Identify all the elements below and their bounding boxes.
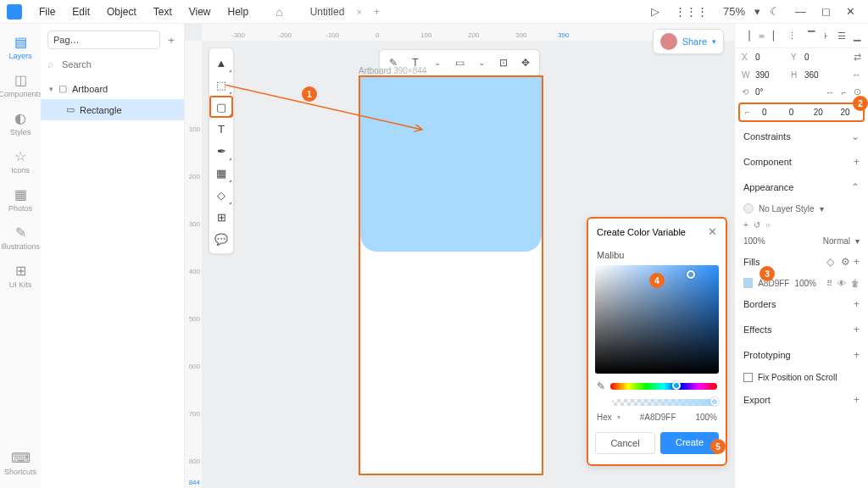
- distribute-icon[interactable]: ☰: [836, 29, 848, 42]
- tool-component[interactable]: ◇: [209, 184, 233, 206]
- menu-edit[interactable]: Edit: [65, 6, 97, 18]
- cancel-button[interactable]: Cancel: [595, 432, 655, 454]
- radius-tr[interactable]: 0: [779, 108, 804, 117]
- minimize-icon[interactable]: —: [789, 5, 812, 18]
- hue-slider[interactable]: [610, 383, 717, 390]
- fix-scroll-row[interactable]: Fix Position on Scroll: [735, 368, 868, 387]
- menu-text[interactable]: Text: [147, 6, 179, 18]
- fill-opacity[interactable]: 100%: [794, 279, 816, 288]
- h-value[interactable]: 360: [804, 70, 837, 80]
- blend-mode[interactable]: Normal: [823, 236, 850, 246]
- pixel-grid-icon[interactable]: ⋮⋮⋮: [669, 5, 714, 18]
- tool-text[interactable]: T: [209, 118, 233, 140]
- document-title[interactable]: Untitled: [303, 6, 352, 18]
- tool-move[interactable]: ▲: [209, 52, 233, 74]
- add-fill-icon[interactable]: +: [854, 256, 860, 268]
- tool-artboard[interactable]: ⬚: [209, 74, 233, 96]
- prototyping-section[interactable]: Prototyping+: [735, 342, 868, 368]
- add-page-button[interactable]: +: [165, 34, 177, 47]
- tree-rectangle[interactable]: ▭ Rectangle: [41, 99, 184, 120]
- rail-ui-kits[interactable]: ⊞UI Kits: [0, 258, 41, 294]
- drag-handle-icon[interactable]: ⠿: [826, 279, 832, 288]
- zoom-caret-icon[interactable]: ▾: [754, 5, 760, 18]
- align-more-icon[interactable]: ⋮: [786, 29, 798, 42]
- flip-h-icon[interactable]: ↔: [826, 87, 835, 97]
- rail-photos[interactable]: ▦Photos: [0, 181, 41, 218]
- artboard-title[interactable]: Artboard 390×844: [359, 66, 543, 75]
- tool-pen[interactable]: ✒: [209, 140, 233, 162]
- effects-section[interactable]: Effects+: [735, 317, 868, 342]
- radius-br[interactable]: 20: [805, 108, 831, 117]
- caret-icon[interactable]: ▾: [49, 85, 53, 93]
- opacity-value[interactable]: 100%: [743, 236, 765, 246]
- align-right-icon[interactable]: ▏: [771, 29, 782, 42]
- rail-icons[interactable]: ☆Icons: [0, 143, 41, 180]
- visibility-icon[interactable]: 👁: [837, 279, 846, 288]
- fill-settings-icon[interactable]: ⚙: [841, 256, 850, 268]
- tool-grid[interactable]: ⊞: [209, 206, 233, 228]
- menu-file[interactable]: File: [32, 6, 62, 18]
- color-cursor[interactable]: [687, 270, 695, 279]
- align-center-h-icon[interactable]: ＝: [755, 29, 767, 42]
- hex-value-input[interactable]: #A8D9FF: [626, 413, 691, 422]
- constraints-section[interactable]: Constraints⌄: [735, 124, 868, 149]
- x-value[interactable]: 0: [755, 53, 787, 62]
- rail-shortcuts[interactable]: ⌨Shortcuts: [0, 445, 41, 481]
- hue-thumb[interactable]: [672, 381, 681, 390]
- theme-toggle-icon[interactable]: ☾: [764, 5, 786, 18]
- fill-swatch[interactable]: [743, 278, 753, 288]
- menu-view[interactable]: View: [182, 6, 218, 18]
- tree-artboard[interactable]: ▾ ▢ Artboard: [41, 78, 184, 99]
- delete-fill-icon[interactable]: 🗑: [851, 279, 860, 288]
- align-bottom-icon[interactable]: ▁: [851, 29, 863, 42]
- maximize-icon[interactable]: ◻: [815, 5, 837, 18]
- hex-alpha-input[interactable]: 100%: [695, 413, 717, 422]
- menu-help[interactable]: Help: [221, 6, 256, 18]
- add-tab-icon[interactable]: +: [374, 5, 381, 18]
- artboard-frame[interactable]: [359, 75, 543, 475]
- eyedropper-icon[interactable]: ✎: [597, 380, 605, 392]
- swap-xy-icon[interactable]: ⇄: [854, 52, 861, 63]
- page-select[interactable]: Pag…: [47, 30, 160, 49]
- share-button[interactable]: Share ▾: [653, 29, 724, 54]
- borders-section[interactable]: Borders+: [735, 291, 868, 317]
- alpha-thumb[interactable]: [710, 397, 719, 406]
- add-style-icon[interactable]: +: [743, 220, 748, 230]
- radius-bl[interactable]: 20: [832, 108, 858, 117]
- reset-style-icon[interactable]: ↺: [754, 220, 760, 230]
- corner-icon[interactable]: ⌐: [842, 87, 847, 97]
- play-icon[interactable]: ▷: [645, 5, 665, 18]
- component-section[interactable]: Component+: [735, 149, 868, 175]
- rail-illustrations[interactable]: ✎Illustrations: [0, 219, 41, 256]
- fills-section[interactable]: Fills ◇ ⚙ +: [735, 249, 868, 274]
- rail-components[interactable]: ◫Components: [0, 67, 41, 103]
- home-tab-icon[interactable]: ⌂: [275, 5, 282, 19]
- search-input[interactable]: [58, 56, 182, 73]
- close-popup-icon[interactable]: ✕: [708, 225, 717, 238]
- hex-format-label[interactable]: Hex: [597, 413, 612, 422]
- rail-layers[interactable]: ▤Layers: [0, 29, 41, 65]
- alpha-slider[interactable]: [612, 399, 717, 406]
- app-logo-icon[interactable]: [7, 4, 22, 19]
- w-value[interactable]: 390: [755, 70, 787, 80]
- appearance-section[interactable]: Appearance⌃: [735, 175, 868, 200]
- rail-styles[interactable]: ◐Styles: [0, 105, 41, 141]
- detach-style-icon[interactable]: ○: [765, 220, 771, 230]
- layer-style-caret-icon[interactable]: ▾: [820, 204, 824, 214]
- align-center-v-icon[interactable]: ꜔: [821, 29, 832, 42]
- menu-object[interactable]: Object: [100, 6, 143, 18]
- hex-format-caret-icon[interactable]: ▾: [617, 413, 620, 421]
- align-left-icon[interactable]: ▕: [740, 29, 752, 42]
- fill-type-icon[interactable]: ◇: [826, 256, 834, 268]
- close-tab-icon[interactable]: ×: [356, 7, 361, 17]
- tool-rectangle[interactable]: ▢: [209, 96, 233, 118]
- rectangle-shape[interactable]: [360, 77, 542, 252]
- tool-comment[interactable]: 💬: [209, 228, 233, 250]
- blend-caret-icon[interactable]: ▾: [855, 236, 860, 246]
- y-value[interactable]: 0: [804, 53, 837, 62]
- zoom-value[interactable]: 75%: [717, 5, 751, 18]
- align-top-icon[interactable]: ▔: [805, 29, 817, 42]
- radius-tl[interactable]: 0: [752, 108, 777, 117]
- export-section[interactable]: Export+: [735, 387, 868, 413]
- checkbox-icon[interactable]: [743, 373, 753, 382]
